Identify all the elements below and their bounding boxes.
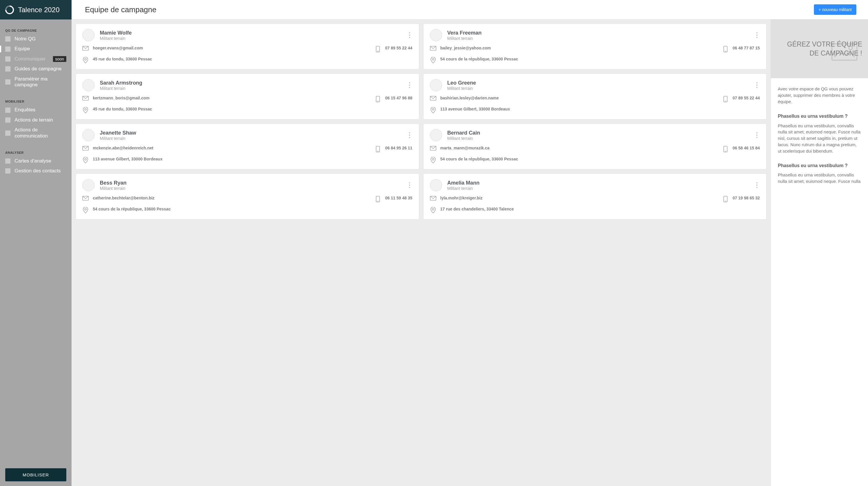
avatar bbox=[82, 179, 95, 191]
soon-badge: soon bbox=[53, 56, 66, 62]
sidebar-item-label: Paramétrer ma campagne bbox=[14, 76, 66, 88]
member-name: Bess Ryan bbox=[100, 180, 401, 186]
avatar bbox=[82, 129, 95, 141]
mail-icon bbox=[82, 145, 89, 151]
svg-point-27 bbox=[85, 208, 86, 210]
phone-icon bbox=[722, 95, 728, 102]
member-email: mckenzie.abe@heidenreich.net bbox=[82, 145, 370, 151]
sidebar-item-enquetes[interactable]: Enquêtes bbox=[0, 105, 71, 115]
topbar: Equipe de campagne + nouveau militant bbox=[71, 0, 868, 20]
avatar bbox=[430, 79, 442, 91]
location-icon bbox=[82, 106, 89, 114]
sidebar-item-label: Gestion des contacts bbox=[14, 168, 61, 174]
sidebar-item-label: Communiquer bbox=[14, 56, 46, 62]
info-body: Avec votre espace de QG vous pouvez ajou… bbox=[771, 78, 868, 200]
svg-point-15 bbox=[432, 108, 434, 110]
nav: QG DE CAMPAGNENotre QGEquipeCommuniquers… bbox=[0, 20, 71, 464]
location-icon bbox=[82, 156, 89, 163]
member-name: Bernard Cain bbox=[447, 130, 749, 136]
member-address: 54 cours de la république, 33600 Pessac bbox=[430, 56, 518, 63]
member-card: Mamie WolfeMilitant terrainhoeger.evans@… bbox=[75, 24, 419, 69]
member-address: 113 avenue Gilbert, 33000 Bordeaux bbox=[82, 156, 163, 163]
address-value: 17 rue des chandeliers, 33400 Talence bbox=[440, 206, 514, 212]
avatar bbox=[430, 29, 442, 41]
avatar bbox=[82, 79, 95, 91]
more-menu-icon[interactable] bbox=[754, 81, 760, 89]
svg-rect-32 bbox=[832, 44, 857, 60]
more-menu-icon[interactable] bbox=[407, 31, 412, 39]
address-value: 54 cours de la république, 33600 Pessac bbox=[93, 206, 171, 212]
more-menu-icon[interactable] bbox=[407, 131, 412, 139]
sidebar-item-actions-comm[interactable]: Actions de communication bbox=[0, 125, 71, 141]
email-value: bashirian.lesley@darien.name bbox=[440, 95, 499, 101]
member-email: bashirian.lesley@darien.name bbox=[430, 95, 718, 101]
member-role: Militant terrain bbox=[447, 136, 749, 141]
member-phone: 06 11 59 48 35 bbox=[375, 195, 412, 202]
svg-point-19 bbox=[85, 158, 86, 160]
member-address: 17 rue des chandeliers, 33400 Talence bbox=[430, 206, 514, 213]
svg-point-31 bbox=[432, 208, 434, 210]
nav-icon bbox=[5, 118, 10, 123]
mail-icon bbox=[430, 45, 436, 51]
avatar bbox=[430, 179, 442, 191]
sidebar-item-equipe[interactable]: Equipe bbox=[0, 44, 71, 54]
new-member-button[interactable]: + nouveau militant bbox=[814, 4, 856, 15]
sidebar-bottom: MOBILISER bbox=[0, 464, 71, 486]
more-menu-icon[interactable] bbox=[754, 131, 760, 139]
more-menu-icon[interactable] bbox=[754, 31, 760, 39]
svg-point-33 bbox=[849, 46, 852, 50]
member-role: Militant terrain bbox=[447, 36, 749, 41]
member-phone: 06 15 47 96 88 bbox=[375, 95, 412, 102]
phone-icon bbox=[722, 195, 728, 202]
sidebar-item-label: Actions de communication bbox=[14, 127, 66, 139]
phone-icon bbox=[375, 95, 381, 102]
sidebar-item-actions-terrain[interactable]: Actions de terrain bbox=[0, 115, 71, 125]
svg-point-23 bbox=[432, 158, 434, 160]
more-menu-icon[interactable] bbox=[407, 181, 412, 189]
member-role: Militant terrain bbox=[447, 186, 749, 191]
email-value: lyla.mohr@kreiger.biz bbox=[440, 195, 483, 201]
member-name: Amelia Mann bbox=[447, 180, 749, 186]
card-head: Mamie WolfeMilitant terrain bbox=[82, 29, 412, 41]
member-address: 54 cours de la république, 33600 Pessac bbox=[82, 206, 171, 213]
member-card: Jeanette ShawMilitant terrainmckenzie.ab… bbox=[75, 124, 419, 169]
mobiliser-button[interactable]: MOBILISER bbox=[5, 468, 66, 481]
member-name: Jeanette Shaw bbox=[100, 130, 401, 136]
nav-icon bbox=[5, 66, 10, 71]
sidebar-item-guides[interactable]: Guides de campagne bbox=[0, 64, 71, 74]
info-block-title: Phasellus eu urna vestibulum ? bbox=[778, 162, 861, 169]
card-head: Vera FreemanMilitant terrain bbox=[430, 29, 760, 41]
nav-section-title: ANALYSER bbox=[0, 148, 71, 156]
nav-icon bbox=[5, 107, 10, 113]
nav-icon bbox=[5, 79, 10, 85]
info-panel: GÉREZ VOTRE ÉQUIPE DE CAMPAGNE ! Avec vo… bbox=[771, 20, 868, 486]
location-icon bbox=[430, 206, 436, 213]
member-card: Bernard CainMilitant terrainmarta_mann@m… bbox=[423, 124, 767, 169]
sidebar-item-label: Actions de terrain bbox=[14, 117, 53, 123]
member-name: Mamie Wolfe bbox=[100, 30, 401, 36]
address-value: 45 rue du tondu, 33600 Pessac bbox=[93, 56, 152, 62]
member-card: Bess RyanMilitant terraincatherine.becht… bbox=[75, 173, 419, 220]
member-role: Militant terrain bbox=[447, 86, 749, 91]
sidebar-item-label: Enquêtes bbox=[14, 107, 35, 113]
more-menu-icon[interactable] bbox=[754, 181, 760, 189]
mail-icon bbox=[430, 145, 436, 151]
phone-icon bbox=[722, 45, 728, 52]
member-role: Militant terrain bbox=[100, 36, 401, 41]
sidebar-item-contacts[interactable]: Gestion des contacts bbox=[0, 166, 71, 176]
email-value: bailey_jessie@yahoo.com bbox=[440, 45, 491, 51]
more-menu-icon[interactable] bbox=[407, 81, 412, 89]
nav-icon bbox=[5, 168, 10, 173]
member-phone: 07 89 55 22 44 bbox=[722, 95, 760, 102]
member-address: 45 rue du tondu, 33600 Pessac bbox=[82, 106, 152, 114]
email-value: kertzmann_boris@gmail.com bbox=[93, 95, 150, 101]
mail-icon bbox=[430, 95, 436, 101]
sidebar-item-notre-qg[interactable]: Notre QG bbox=[0, 34, 71, 44]
sidebar-item-cartes[interactable]: Cartes d'analyse bbox=[0, 156, 71, 166]
sidebar-item-parametrer[interactable]: Paramétrer ma campagne bbox=[0, 74, 71, 90]
card-head: Sarah ArmstrongMilitant terrain bbox=[82, 79, 412, 91]
content-row: Mamie WolfeMilitant terrainhoeger.evans@… bbox=[71, 20, 868, 486]
sidebar: Talence 2020 QG DE CAMPAGNENotre QGEquip… bbox=[0, 0, 71, 486]
brand-bar: Talence 2020 bbox=[0, 0, 71, 20]
address-value: 54 cours de la république, 33600 Pessac bbox=[440, 156, 518, 162]
